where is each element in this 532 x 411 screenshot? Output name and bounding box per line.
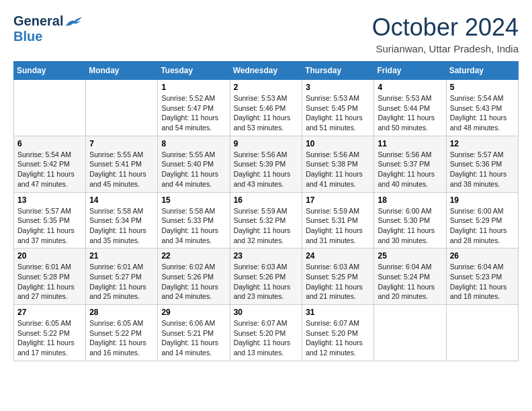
calendar-header-saturday: Saturday — [446, 62, 518, 80]
calendar-header-friday: Friday — [374, 62, 446, 80]
day-info: Sunrise: 6:07 AMSunset: 5:20 PMDaylight:… — [306, 318, 370, 358]
calendar-cell — [446, 305, 518, 361]
day-number: 27 — [17, 308, 82, 317]
day-number: 25 — [378, 251, 442, 261]
day-info: Sunrise: 6:06 AMSunset: 5:21 PMDaylight:… — [161, 318, 226, 358]
day-number: 12 — [450, 139, 515, 148]
calendar-cell: 11Sunrise: 5:56 AMSunset: 5:37 PMDayligh… — [374, 136, 446, 192]
day-info: Sunrise: 5:56 AMSunset: 5:39 PMDaylight:… — [234, 150, 299, 189]
day-number: 20 — [17, 251, 82, 261]
day-number: 19 — [450, 195, 515, 205]
location-text: Surianwan, Uttar Pradesh, India — [372, 43, 519, 54]
calendar-cell: 23Sunrise: 6:03 AMSunset: 5:26 PMDayligh… — [230, 248, 302, 305]
day-info: Sunrise: 5:56 AMSunset: 5:37 PMDaylight:… — [378, 150, 442, 189]
calendar-week-1: 1Sunrise: 5:52 AMSunset: 5:47 PMDaylight… — [14, 80, 519, 136]
logo-bird-icon — [64, 14, 83, 29]
calendar-cell: 10Sunrise: 5:56 AMSunset: 5:38 PMDayligh… — [302, 136, 374, 192]
day-info: Sunrise: 5:57 AMSunset: 5:36 PMDaylight:… — [450, 150, 515, 189]
day-info: Sunrise: 5:52 AMSunset: 5:47 PMDaylight:… — [161, 93, 226, 133]
calendar-cell: 20Sunrise: 6:01 AMSunset: 5:28 PMDayligh… — [14, 248, 86, 305]
calendar-header-tuesday: Tuesday — [158, 62, 230, 80]
calendar-header-row: SundayMondayTuesdayWednesdayThursdayFrid… — [14, 62, 519, 80]
calendar-cell: 4Sunrise: 5:53 AMSunset: 5:44 PMDaylight… — [374, 80, 446, 136]
day-info: Sunrise: 6:03 AMSunset: 5:25 PMDaylight:… — [306, 262, 370, 302]
day-number: 7 — [89, 139, 154, 148]
day-number: 9 — [234, 139, 299, 148]
month-title: October 2024 — [372, 13, 519, 42]
logo: General Blue — [13, 13, 83, 44]
day-info: Sunrise: 5:59 AMSunset: 5:32 PMDaylight:… — [234, 206, 299, 246]
calendar-header-thursday: Thursday — [302, 62, 374, 80]
calendar-cell: 7Sunrise: 5:55 AMSunset: 5:41 PMDaylight… — [86, 136, 158, 192]
day-number: 16 — [234, 195, 299, 205]
day-number: 29 — [161, 308, 226, 317]
calendar-cell: 24Sunrise: 6:03 AMSunset: 5:25 PMDayligh… — [302, 248, 374, 305]
day-number: 21 — [89, 251, 154, 261]
day-info: Sunrise: 6:02 AMSunset: 5:26 PMDaylight:… — [161, 262, 226, 302]
day-number: 26 — [450, 251, 515, 261]
day-info: Sunrise: 5:58 AMSunset: 5:34 PMDaylight:… — [89, 206, 154, 246]
calendar-week-4: 20Sunrise: 6:01 AMSunset: 5:28 PMDayligh… — [14, 248, 519, 305]
day-number: 13 — [17, 195, 82, 205]
day-number: 2 — [234, 83, 299, 92]
day-info: Sunrise: 6:00 AMSunset: 5:30 PMDaylight:… — [378, 206, 442, 246]
day-info: Sunrise: 5:57 AMSunset: 5:35 PMDaylight:… — [17, 206, 82, 246]
day-info: Sunrise: 5:53 AMSunset: 5:45 PMDaylight:… — [306, 93, 370, 133]
calendar-cell: 15Sunrise: 5:58 AMSunset: 5:33 PMDayligh… — [158, 192, 230, 248]
day-info: Sunrise: 6:01 AMSunset: 5:27 PMDaylight:… — [89, 262, 154, 302]
calendar-cell: 25Sunrise: 6:04 AMSunset: 5:24 PMDayligh… — [374, 248, 446, 305]
calendar-cell: 27Sunrise: 6:05 AMSunset: 5:22 PMDayligh… — [14, 305, 86, 361]
day-number: 22 — [161, 251, 226, 261]
day-number: 1 — [161, 83, 226, 92]
calendar-cell: 26Sunrise: 6:04 AMSunset: 5:23 PMDayligh… — [446, 248, 518, 305]
day-info: Sunrise: 6:04 AMSunset: 5:24 PMDaylight:… — [378, 262, 442, 302]
day-number: 23 — [234, 251, 299, 261]
calendar-header-monday: Monday — [86, 62, 158, 80]
day-number: 11 — [378, 139, 442, 148]
calendar-cell — [86, 80, 158, 136]
day-number: 14 — [89, 195, 154, 205]
day-number: 17 — [306, 195, 370, 205]
calendar-header-wednesday: Wednesday — [230, 62, 302, 80]
day-number: 18 — [378, 195, 442, 205]
day-info: Sunrise: 5:58 AMSunset: 5:33 PMDaylight:… — [161, 206, 226, 246]
calendar-cell: 3Sunrise: 5:53 AMSunset: 5:45 PMDaylight… — [302, 80, 374, 136]
day-info: Sunrise: 5:55 AMSunset: 5:41 PMDaylight:… — [89, 150, 154, 189]
calendar-cell: 21Sunrise: 6:01 AMSunset: 5:27 PMDayligh… — [86, 248, 158, 305]
day-number: 30 — [234, 308, 299, 317]
calendar-week-2: 6Sunrise: 5:54 AMSunset: 5:42 PMDaylight… — [14, 136, 519, 192]
calendar-cell: 16Sunrise: 5:59 AMSunset: 5:32 PMDayligh… — [230, 192, 302, 248]
day-number: 4 — [378, 83, 442, 92]
day-info: Sunrise: 5:54 AMSunset: 5:43 PMDaylight:… — [450, 93, 515, 133]
calendar-cell: 9Sunrise: 5:56 AMSunset: 5:39 PMDaylight… — [230, 136, 302, 192]
day-info: Sunrise: 5:56 AMSunset: 5:38 PMDaylight:… — [306, 150, 370, 189]
day-info: Sunrise: 6:01 AMSunset: 5:28 PMDaylight:… — [17, 262, 82, 302]
day-info: Sunrise: 6:00 AMSunset: 5:29 PMDaylight:… — [450, 206, 515, 246]
day-number: 15 — [161, 195, 226, 205]
calendar-cell: 28Sunrise: 6:05 AMSunset: 5:22 PMDayligh… — [86, 305, 158, 361]
day-info: Sunrise: 5:53 AMSunset: 5:46 PMDaylight:… — [234, 93, 299, 133]
day-number: 10 — [306, 139, 370, 148]
calendar-cell: 22Sunrise: 6:02 AMSunset: 5:26 PMDayligh… — [158, 248, 230, 305]
calendar-week-3: 13Sunrise: 5:57 AMSunset: 5:35 PMDayligh… — [14, 192, 519, 248]
day-info: Sunrise: 6:07 AMSunset: 5:20 PMDaylight:… — [234, 318, 299, 358]
calendar-cell: 31Sunrise: 6:07 AMSunset: 5:20 PMDayligh… — [302, 305, 374, 361]
calendar-cell: 6Sunrise: 5:54 AMSunset: 5:42 PMDaylight… — [14, 136, 86, 192]
calendar-cell: 29Sunrise: 6:06 AMSunset: 5:21 PMDayligh… — [158, 305, 230, 361]
logo-blue-text: Blue — [13, 29, 42, 44]
day-info: Sunrise: 5:54 AMSunset: 5:42 PMDaylight:… — [17, 150, 82, 189]
calendar-cell: 18Sunrise: 6:00 AMSunset: 5:30 PMDayligh… — [374, 192, 446, 248]
calendar-cell: 17Sunrise: 5:59 AMSunset: 5:31 PMDayligh… — [302, 192, 374, 248]
day-number: 28 — [89, 308, 154, 317]
calendar-week-5: 27Sunrise: 6:05 AMSunset: 5:22 PMDayligh… — [14, 305, 519, 361]
day-info: Sunrise: 5:53 AMSunset: 5:44 PMDaylight:… — [378, 93, 442, 133]
day-number: 8 — [161, 139, 226, 148]
calendar-cell: 14Sunrise: 5:58 AMSunset: 5:34 PMDayligh… — [86, 192, 158, 248]
calendar-table: SundayMondayTuesdayWednesdayThursdayFrid… — [13, 61, 519, 361]
calendar-cell — [374, 305, 446, 361]
calendar-cell: 13Sunrise: 5:57 AMSunset: 5:35 PMDayligh… — [14, 192, 86, 248]
day-info: Sunrise: 5:55 AMSunset: 5:40 PMDaylight:… — [161, 150, 226, 189]
calendar-cell: 5Sunrise: 5:54 AMSunset: 5:43 PMDaylight… — [446, 80, 518, 136]
title-section: October 2024 Surianwan, Uttar Pradesh, I… — [372, 13, 519, 54]
calendar-cell: 12Sunrise: 5:57 AMSunset: 5:36 PMDayligh… — [446, 136, 518, 192]
